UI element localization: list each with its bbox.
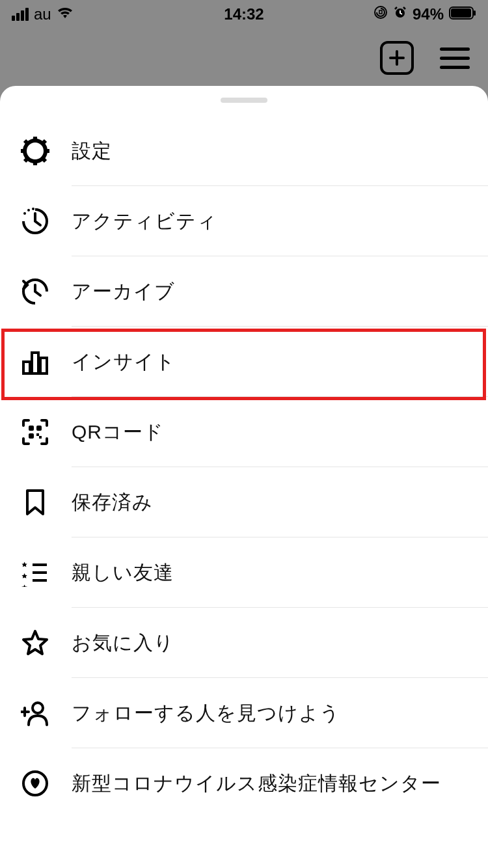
svg-rect-19 bbox=[32, 353, 38, 373]
menu-label: アクティビティ bbox=[72, 208, 217, 235]
menu-item-archive[interactable]: アーカイブ bbox=[0, 256, 488, 327]
svg-point-29 bbox=[33, 703, 43, 713]
battery-icon bbox=[449, 5, 476, 23]
svg-rect-1 bbox=[379, 10, 382, 14]
gear-icon bbox=[21, 137, 72, 165]
cellular-signal-icon bbox=[12, 8, 29, 21]
create-button[interactable] bbox=[380, 41, 414, 75]
menu-label: 保存済み bbox=[72, 489, 153, 516]
svg-rect-5 bbox=[474, 10, 476, 16]
carrier-label: au bbox=[34, 5, 51, 23]
svg-rect-24 bbox=[36, 433, 39, 436]
menu-label: 親しい友達 bbox=[72, 560, 174, 586]
svg-rect-18 bbox=[23, 362, 30, 373]
menu-item-favorites[interactable]: お気に入り bbox=[0, 608, 488, 678]
svg-point-16 bbox=[27, 209, 30, 211]
svg-point-15 bbox=[23, 212, 26, 215]
discover-people-icon bbox=[21, 699, 72, 727]
svg-rect-4 bbox=[451, 8, 471, 18]
menu-sheet: 設定 アクティビティ アーカイブ インサイト QRコード 保存済み bbox=[0, 86, 488, 868]
menu-button[interactable] bbox=[440, 47, 470, 69]
svg-rect-23 bbox=[29, 433, 34, 439]
menu-item-insights[interactable]: インサイト bbox=[0, 327, 488, 397]
menu-label: アーカイブ bbox=[72, 278, 175, 305]
svg-line-11 bbox=[25, 141, 29, 144]
alarm-icon bbox=[393, 5, 407, 23]
menu-item-settings[interactable]: 設定 bbox=[0, 116, 488, 186]
menu-label: 設定 bbox=[72, 138, 112, 165]
svg-rect-20 bbox=[40, 358, 47, 373]
archive-icon bbox=[21, 277, 72, 306]
menu-item-qrcode[interactable]: QRコード bbox=[0, 397, 488, 467]
battery-percent: 94% bbox=[413, 5, 444, 23]
svg-rect-25 bbox=[39, 436, 42, 439]
svg-point-17 bbox=[32, 208, 34, 210]
profile-header bbox=[0, 29, 488, 87]
menu-item-saved[interactable]: 保存済み bbox=[0, 467, 488, 537]
rotation-lock-icon bbox=[373, 5, 388, 23]
insights-icon bbox=[21, 347, 72, 376]
svg-line-13 bbox=[42, 141, 46, 144]
close-friends-icon bbox=[21, 558, 72, 587]
menu-item-activity[interactable]: アクティビティ bbox=[0, 186, 488, 256]
svg-line-12 bbox=[42, 157, 46, 161]
menu-label: フォローする人を見つけよう bbox=[72, 700, 340, 727]
menu-item-discover-people[interactable]: フォローする人を見つけよう bbox=[0, 678, 488, 748]
svg-rect-21 bbox=[29, 426, 34, 431]
bookmark-icon bbox=[21, 488, 72, 517]
menu-item-covid-info[interactable]: 新型コロナウイルス感染症情報センター bbox=[0, 748, 488, 819]
activity-icon bbox=[21, 207, 72, 236]
svg-rect-22 bbox=[36, 426, 42, 431]
star-icon bbox=[21, 629, 72, 657]
wifi-icon bbox=[57, 5, 74, 23]
menu-label: インサイト bbox=[72, 349, 176, 375]
svg-line-14 bbox=[25, 157, 29, 161]
clock: 14:32 bbox=[224, 5, 264, 23]
menu-label: QRコード bbox=[72, 419, 164, 446]
status-bar: au 14:32 94% bbox=[0, 0, 488, 29]
menu-item-close-friends[interactable]: 親しい友達 bbox=[0, 537, 488, 608]
menu-label: 新型コロナウイルス感染症情報センター bbox=[72, 770, 441, 797]
heart-circle-icon bbox=[21, 769, 72, 798]
qrcode-icon bbox=[21, 418, 72, 446]
menu-label: お気に入り bbox=[72, 630, 174, 657]
sheet-grabber[interactable] bbox=[221, 98, 267, 103]
